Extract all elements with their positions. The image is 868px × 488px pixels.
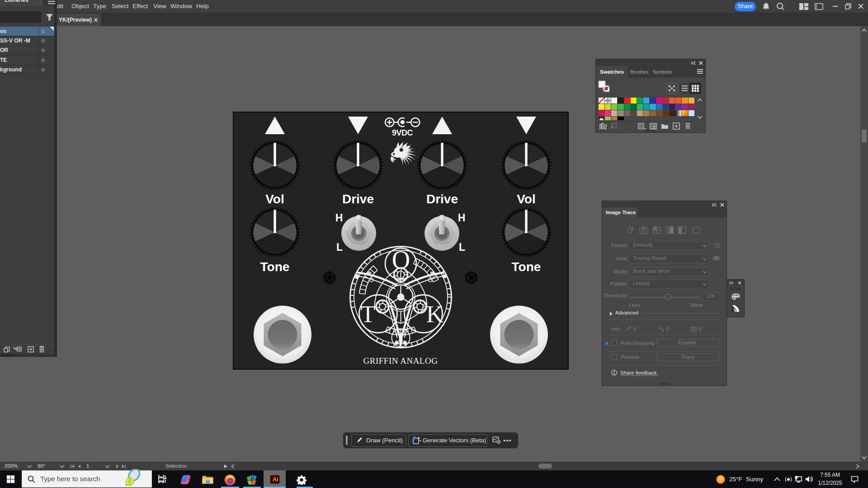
svg-text:GRIFFIN ANALOG: GRIFFIN ANALOG — [363, 356, 438, 366]
svg-text:O: O — [392, 246, 410, 274]
svg-text:Tone: Tone — [512, 260, 541, 274]
svg-text:H: H — [458, 212, 466, 224]
svg-text:9VDC: 9VDC — [392, 128, 413, 137]
svg-text:Vol: Vol — [265, 192, 284, 206]
svg-text:Vol: Vol — [517, 192, 535, 206]
svg-text:Drive: Drive — [342, 192, 374, 206]
svg-text:K: K — [426, 301, 443, 327]
svg-text:L: L — [459, 241, 465, 253]
svg-text:Tone: Tone — [260, 260, 290, 274]
svg-text:Drive: Drive — [426, 192, 458, 206]
svg-text:T: T — [361, 301, 375, 327]
svg-text:L: L — [336, 241, 343, 253]
svg-text:H: H — [335, 212, 343, 224]
